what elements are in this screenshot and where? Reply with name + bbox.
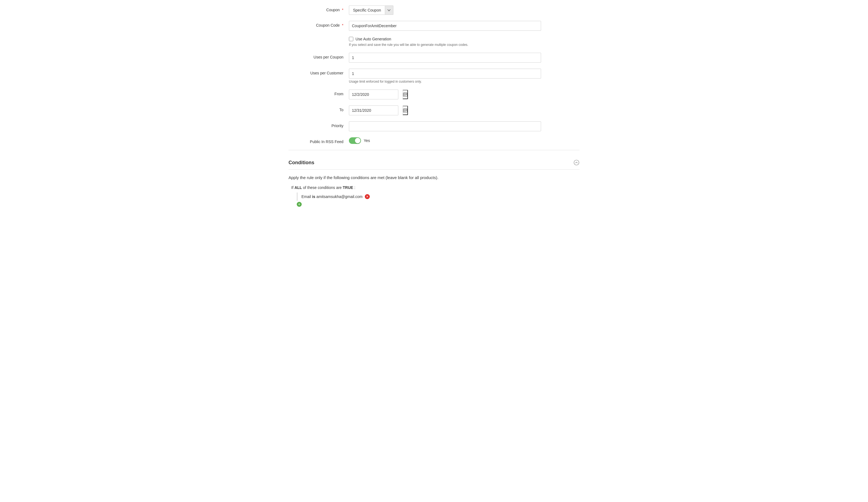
auto-generation-checkbox-row: Use Auto Generation [349,37,579,41]
auto-generation-help-text: If you select and save the rule you will… [349,43,579,47]
svg-rect-8 [405,95,405,96]
coupon-select-button[interactable]: Specific Coupon [349,6,385,15]
page-container: Coupon * Specific Coupon Coupon Code * [283,0,585,218]
from-date-row: From [289,90,579,100]
public-rss-value-label: Yes [364,139,370,143]
coupon-code-control-wrap [349,21,579,31]
conditions-header: Conditions [289,156,579,170]
from-date-input-group [349,90,398,100]
add-condition-button[interactable]: + [297,202,302,207]
svg-point-18 [574,160,579,165]
if-text: If [291,185,294,190]
conditions-title: Conditions [289,160,314,166]
uses-per-customer-label: Uses per Customer [289,69,349,75]
coupon-dropdown-group: Specific Coupon [349,6,579,15]
svg-rect-14 [405,110,405,111]
priority-row: Priority [289,121,579,131]
condition-operator: is [312,194,317,199]
coupon-label: Coupon * [289,6,349,12]
svg-rect-5 [405,94,405,95]
condition-value: amitsamsukha@gmail.com [316,194,362,199]
priority-wrap [349,121,579,131]
svg-rect-6 [406,94,406,95]
to-date-wrap [349,105,579,115]
svg-rect-17 [405,111,405,112]
from-date-calendar-button[interactable] [403,90,408,99]
svg-rect-4 [404,94,404,95]
coupon-code-required-star: * [342,23,343,28]
uses-per-customer-row: Uses per Customer Usage limit enforced f… [289,69,579,83]
svg-rect-15 [406,110,406,111]
coupon-control-wrap: Specific Coupon [349,6,579,15]
coupon-code-label: Coupon Code * [289,21,349,28]
uses-per-coupon-wrap [349,53,579,63]
coupon-required-star: * [342,8,343,12]
from-date-wrap [349,90,579,100]
conditions-if-row: If ALL of these conditions are TRUE : [291,185,579,190]
calendar-icon [403,108,407,113]
conditions-description: Apply the rule only if the following con… [289,175,579,180]
true-text: TRUE [343,185,353,190]
public-rss-label: Public In RSS Feed [289,137,349,144]
condition-item: Email is amitsamsukha@gmail.com ✕ [297,193,579,201]
uses-per-coupon-label: Uses per Coupon [289,53,349,59]
coupon-dropdown-arrow-button[interactable] [385,6,393,15]
to-date-input[interactable] [349,106,403,114]
auto-generation-checkbox-label[interactable]: Use Auto Generation [355,37,391,41]
coupon-selected-value: Specific Coupon [353,8,381,12]
from-date-label: From [289,90,349,96]
uses-per-coupon-input[interactable] [349,53,541,63]
to-date-label: To [289,105,349,112]
section-divider [289,150,579,150]
public-rss-toggle-wrap: Yes [349,137,579,144]
from-date-input[interactable] [349,91,403,98]
condition-field: Email [301,194,312,199]
auto-generation-checkbox[interactable] [349,37,353,41]
chevron-down-icon [388,9,390,11]
to-date-calendar-button[interactable] [403,106,408,115]
svg-rect-16 [404,111,404,112]
public-rss-wrap: Yes [349,137,579,144]
uses-per-customer-help-text: Usage limit enforced for logged in custo… [349,80,579,83]
uses-per-customer-wrap: Usage limit enforced for logged in custo… [349,69,579,83]
auto-generation-row: Use Auto Generation If you select and sa… [289,37,579,47]
auto-generation-wrap: Use Auto Generation If you select and sa… [349,37,579,47]
collapse-icon [574,160,579,166]
svg-rect-13 [404,110,404,111]
delete-condition-button[interactable]: ✕ [365,194,370,199]
toggle-slider [349,137,361,144]
coupon-row: Coupon * Specific Coupon [289,6,579,15]
all-text: ALL [294,185,302,190]
public-rss-toggle[interactable] [349,137,361,144]
to-date-input-group [349,105,398,115]
conditions-tree: If ALL of these conditions are TRUE : Em… [289,185,579,207]
uses-per-coupon-row: Uses per Coupon [289,53,579,63]
of-these-conditions-text: of these conditions are [303,185,343,190]
public-rss-row: Public In RSS Feed Yes [289,137,579,144]
auto-generation-label-spacer [289,37,349,39]
coupon-code-input[interactable] [349,21,541,31]
coupon-code-row: Coupon Code * [289,21,579,31]
svg-rect-7 [404,95,404,96]
colon-text: : [354,185,355,190]
conditions-collapse-button[interactable] [574,160,579,166]
condition-item-text: Email is amitsamsukha@gmail.com [301,194,363,199]
priority-label: Priority [289,121,349,128]
calendar-icon [403,92,407,97]
priority-input[interactable] [349,121,541,131]
uses-per-customer-input[interactable] [349,69,541,79]
to-date-row: To [289,105,579,115]
